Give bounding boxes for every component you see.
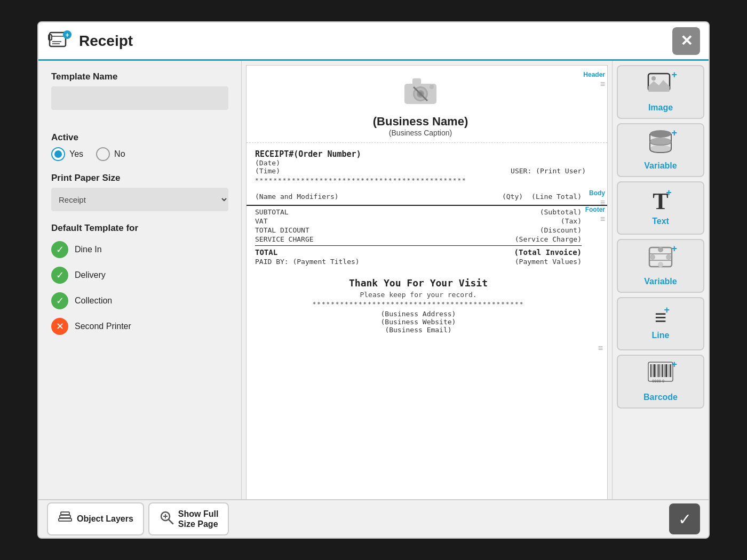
second-printer-label: Second Printer [75,322,131,331]
dialog-title: Receipt [79,33,672,50]
bottom-left-buttons: Object Layers Show Full Size Page [47,502,229,535]
delivery-check-icon: ✓ [51,267,68,284]
header-drag-handle: ≡ [600,79,605,89]
receipt-info-zone: RECEIPT#(Order Number) (Date) (Time) USE… [247,143,607,188]
print-paper-select[interactable]: Receipt [51,188,228,211]
template-name-input[interactable] [51,86,228,110]
svg-rect-42 [60,515,70,518]
variable-top-tool-icon: + [647,130,674,158]
paid-value: (Payment Values) [515,258,582,266]
svg-point-14 [430,85,434,89]
variable-top-tool-button[interactable]: + Variable [617,123,704,177]
object-layers-button[interactable]: Object Layers [47,502,144,535]
left-panel: Template Name Active Yes No Print [38,61,241,499]
active-no-radio[interactable] [96,147,110,161]
receipt-totals-zone: SUBTOTAL (Subtotal) VAT (Tax) TOTAL DICO… [247,205,607,272]
items-col1: (Name and Modifiers) [255,193,339,201]
service-value: (Service Charge) [515,235,582,243]
variable-bottom-tool-button[interactable]: + Variable [617,239,704,293]
show-full-label: Show Full Size Page [178,509,219,529]
line-tool-button[interactable]: ≡ + Line [617,297,704,350]
confirm-button[interactable]: ✓ [669,503,700,534]
subtotal-value: (Subtotal) [540,208,582,216]
collection-label: Collection [75,296,112,306]
svg-line-45 [169,519,173,524]
svg-text:+: + [65,31,69,39]
delivery-label: Delivery [75,270,106,280]
active-section: Active Yes No [51,132,228,161]
active-radio-group: Yes No [51,147,228,161]
receipt-scroll[interactable]: (Business Name) (Business Caption) RECEI… [247,66,607,499]
svg-point-24 [650,254,655,260]
image-tool-label: Image [648,103,673,113]
active-no-label: No [114,149,125,159]
total-label: TOTAL [255,248,277,257]
paid-label: PAID BY: (Payment Titles) [255,258,360,266]
print-paper-label: Print Paper Size [51,173,228,183]
footer-zone-label: Footer [585,206,605,213]
svg-point-26 [658,262,663,267]
header-zone-label: Header [583,71,605,78]
show-full-size-button[interactable]: Show Full Size Page [148,502,229,535]
second-printer-check-icon: ✕ [51,318,68,335]
variable-top-tool-label: Variable [644,161,677,171]
receipt-date: (Date) [255,159,586,167]
items-col2: (Qty) [502,193,523,201]
receipt-header-zone: (Business Name) (Business Caption) [247,66,607,143]
service-label: SERVICE CHARGE [255,235,314,243]
receipt-body-zone: Body ≡ (Name and Modifiers) (Qty) (Line … [247,188,607,205]
list-item: ✕ Second Printer [51,318,228,335]
zoom-icon [159,510,174,528]
vat-label: VAT [255,217,267,225]
items-col3: (Line Total) [531,193,582,201]
svg-rect-41 [59,518,71,521]
svg-text:0000: 0000 [652,379,661,383]
business-name: (Business Name) [255,115,586,129]
vat-value: (Tax) [561,217,582,225]
list-item: ✓ Collection [51,292,228,309]
discount-value: (Discount) [540,226,582,234]
layers-icon [58,510,73,528]
dialog-icon: + [47,28,73,54]
receipt-thankyou-zone: Thank You For Your Visit Please keep for… [247,272,607,342]
right-panel: + Image + Variable [613,61,709,499]
barcode-tool-button[interactable]: 0000 0 + Barcode [617,355,704,409]
object-layers-label: Object Layers [77,514,133,524]
active-no-option[interactable]: No [96,147,125,161]
svg-point-16 [651,76,656,81]
bottom-drag-handle: ≡ [598,343,603,353]
thank-you-text: Thank You For Your Visit [255,277,582,289]
svg-rect-13 [412,78,421,85]
discount-label: TOTAL DICOUNT [255,226,309,234]
text-tool-label: Text [652,217,669,226]
receipt-stars-2: ****************************************… [255,301,582,308]
text-tool-button[interactable]: T + Text [617,181,704,235]
active-yes-radio[interactable] [51,147,65,161]
collection-check-icon: ✓ [51,292,68,309]
receipt-footer-zone: Footer ≡ SUBTOTAL (Subtotal) VAT (Tax) [247,205,607,354]
dine-in-check-icon: ✓ [51,241,68,258]
close-button[interactable]: ✕ [672,27,700,55]
line-tool-label: Line [652,331,670,340]
main-content: Template Name Active Yes No Print [38,61,709,499]
receipt-time: (Time) [255,167,280,175]
barcode-tool-label: Barcode [643,393,678,402]
receipt-number: RECEIPT#(Order Number) [255,149,586,159]
active-yes-option[interactable]: Yes [51,147,83,161]
template-name-label: Template Name [51,71,228,82]
receipt-user: USER: (Print User) [511,167,586,175]
title-bar: + Receipt ✕ [38,22,709,61]
bottom-bar: Object Layers Show Full Size Page ✓ [38,499,709,538]
body-zone-label: Body [589,189,605,197]
business-email: (Business Email) [255,326,582,334]
default-template-section: Default Template for ✓ Dine In ✓ Deliver… [51,223,228,335]
svg-point-23 [658,247,663,252]
list-item: ✓ Delivery [51,267,228,284]
image-tool-icon: + [647,71,674,100]
business-address: (Business Address) [255,310,582,318]
image-tool-button[interactable]: + Image [617,65,704,119]
camera-icon [255,74,586,113]
receipt-stars-1: ****************************************… [255,177,586,184]
text-tool-icon: T + [653,190,668,213]
footer-drag-handle: ≡ [600,214,605,224]
